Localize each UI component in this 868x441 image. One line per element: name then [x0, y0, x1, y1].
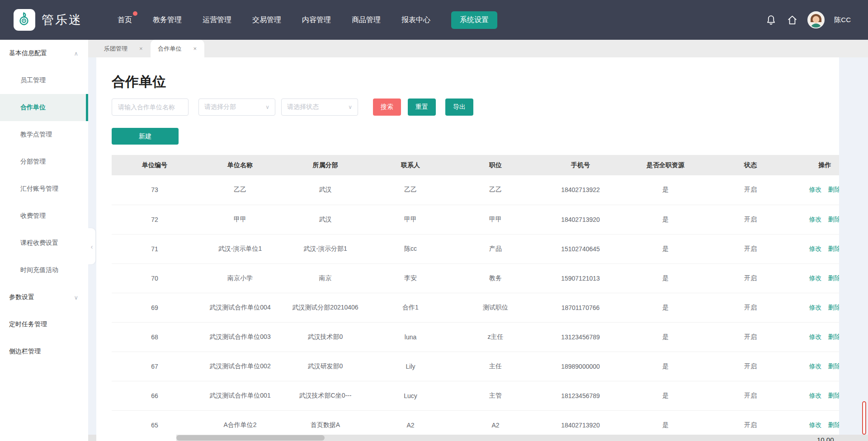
tab-orchestra[interactable]: 乐团管理× [96, 40, 151, 57]
cell-actions: 修改删除 [793, 175, 839, 205]
export-button[interactable]: 导出 [445, 99, 473, 116]
sidebar-item-parameters[interactable]: 参数设置∨ [0, 284, 88, 311]
delete-link[interactable]: 删除 [828, 304, 840, 311]
cell-contact: A2 [368, 410, 453, 435]
sidebar-item-label: 课程收费设置 [20, 239, 58, 247]
sidebar-item-sidebar-admin[interactable]: 侧边栏管理 [0, 338, 88, 365]
cell-status: 开启 [708, 175, 793, 205]
sidebar-item-label: 教学点管理 [20, 131, 52, 139]
home-icon[interactable] [786, 14, 798, 26]
sidebar-item-branches[interactable]: 分部管理 [0, 148, 88, 175]
app-logo[interactable] [14, 9, 35, 31]
close-icon[interactable]: × [139, 45, 143, 52]
sidebar-item-staff[interactable]: 员工管理 [0, 67, 88, 94]
delete-link[interactable]: 删除 [828, 274, 840, 281]
delete-link[interactable]: 删除 [828, 392, 840, 399]
cell-name: 南京小学 [198, 263, 283, 293]
notification-bell-icon[interactable] [765, 14, 777, 26]
nav-item-system-settings[interactable]: 系统设置 [451, 11, 497, 29]
partner-name-input[interactable] [112, 99, 189, 116]
cell-position: 主管 [453, 381, 538, 410]
vertical-scrollbar-thumb[interactable] [862, 401, 866, 435]
reset-button[interactable]: 重置 [408, 99, 436, 116]
delete-link[interactable]: 删除 [828, 333, 840, 340]
edit-link[interactable]: 修改 [809, 333, 822, 340]
search-button[interactable]: 搜索 [373, 99, 401, 116]
music-note-icon [17, 12, 32, 28]
edit-link[interactable]: 修改 [809, 274, 822, 281]
edit-link[interactable]: 修改 [809, 186, 822, 193]
sidebar-item-huifu-accounts[interactable]: 汇付账号管理 [0, 175, 88, 202]
status-select[interactable]: 请选择状态 ∨ [281, 99, 358, 116]
tab-bar: 乐团管理×合作单位× [88, 40, 868, 57]
cell-fulltime: 是 [623, 263, 708, 293]
cell-status: 开启 [708, 352, 793, 381]
sidebar-item-basic-info[interactable]: 基本信息配置∧ [0, 40, 88, 67]
close-icon[interactable]: × [193, 45, 197, 52]
nav-item-content[interactable]: 内容管理 [302, 12, 331, 28]
nav-item-home[interactable]: 首页 [118, 12, 132, 28]
horizontal-scrollbar-thumb[interactable] [176, 435, 325, 441]
sidebar-item-label: 收费管理 [20, 212, 46, 220]
sidebar-item-label: 定时任务管理 [9, 320, 47, 328]
sidebar-item-partners[interactable]: 合作单位 [0, 94, 88, 121]
sidebar-item-scheduled-tasks[interactable]: 定时任务管理 [0, 311, 88, 338]
cell-branch: 武汉-演示分部1 [283, 234, 368, 263]
sidebar-item-label: 分部管理 [20, 158, 46, 166]
sidebar: 基本信息配置∧员工管理合作单位教学点管理分部管理汇付账号管理收费管理课程收费设置… [0, 40, 88, 441]
edit-link[interactable]: 修改 [809, 392, 822, 399]
cell-name: 武汉-演示单位1 [198, 234, 283, 263]
sidebar-item-fees[interactable]: 收费管理 [0, 202, 88, 230]
sidebar-item-label: 侧边栏管理 [9, 347, 41, 356]
create-button[interactable]: 新建 [112, 128, 179, 145]
cell-contact: Lucy [368, 381, 453, 410]
nav-item-label: 教务管理 [153, 16, 182, 23]
tab-partners[interactable]: 合作单位× [151, 40, 205, 57]
nav-item-operations[interactable]: 运营管理 [203, 12, 231, 28]
nav-item-reports[interactable]: 报表中心 [401, 12, 430, 28]
clipped-bottom-text: 10.00 [817, 436, 834, 441]
sidebar-item-course-fees[interactable]: 课程收费设置 [0, 230, 88, 257]
delete-link[interactable]: 删除 [828, 362, 840, 370]
nav-item-products[interactable]: 商品管理 [352, 12, 381, 28]
cell-name: 武汉测试合作单位002 [198, 352, 283, 381]
column-header: 联系人 [368, 155, 453, 175]
chevron-down-icon: ∨ [348, 104, 352, 110]
cell-id: 65 [112, 410, 198, 435]
delete-link[interactable]: 删除 [828, 421, 840, 428]
sidebar-collapse-handle[interactable]: ‹ [88, 228, 95, 264]
nav-item-transactions[interactable]: 交易管理 [252, 12, 281, 28]
cell-fulltime: 是 [623, 234, 708, 263]
user-avatar[interactable] [807, 11, 825, 28]
edit-link[interactable]: 修改 [809, 421, 822, 428]
edit-link[interactable]: 修改 [809, 362, 822, 370]
sidebar-item-label: 时间充值活动 [20, 266, 58, 274]
status-select-placeholder: 请选择状态 [287, 103, 319, 111]
cell-fulltime: 是 [623, 322, 708, 352]
sidebar-item-time-recharge[interactable]: 时间充值活动 [0, 257, 88, 284]
chevron-down-icon: ∨ [265, 104, 269, 110]
sidebar-item-label: 参数设置 [9, 293, 34, 301]
cell-fulltime: 是 [623, 352, 708, 381]
cell-position: 甲甲 [453, 205, 538, 234]
branch-select[interactable]: 请选择分部 ∨ [198, 99, 275, 116]
column-header: 单位名称 [198, 155, 283, 175]
sidebar-item-teaching-points[interactable]: 教学点管理 [0, 121, 88, 148]
cell-id: 67 [112, 352, 198, 381]
cell-contact: luna [368, 322, 453, 352]
cell-name: 甲甲 [198, 205, 283, 234]
user-name[interactable]: 陈CC [834, 16, 851, 24]
edit-link[interactable]: 修改 [809, 216, 822, 223]
delete-link[interactable]: 删除 [828, 186, 840, 193]
delete-link[interactable]: 删除 [828, 245, 840, 252]
column-header: 状态 [708, 155, 793, 175]
cell-name: 乙乙 [198, 175, 283, 205]
cell-position: z主任 [453, 322, 538, 352]
edit-link[interactable]: 修改 [809, 245, 822, 252]
cell-branch: 武汉 [283, 175, 368, 205]
edit-link[interactable]: 修改 [809, 304, 822, 311]
cell-status: 开启 [708, 205, 793, 234]
nav-item-academic[interactable]: 教务管理 [153, 12, 182, 28]
table-row: 72甲甲武汉甲甲甲甲18402713920是开启修改删除 [112, 205, 839, 234]
delete-link[interactable]: 删除 [828, 216, 840, 223]
